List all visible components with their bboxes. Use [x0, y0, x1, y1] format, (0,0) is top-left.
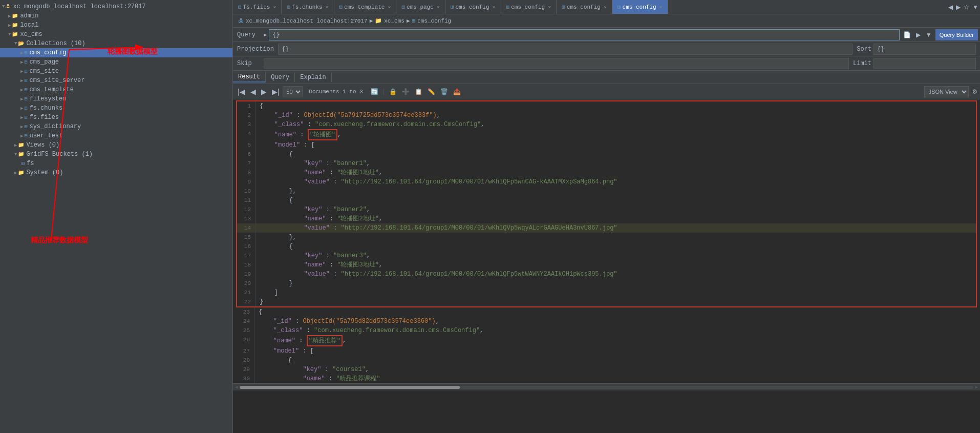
local-icon: 📁	[12, 22, 18, 28]
skip-input[interactable]	[264, 58, 849, 69]
sort-input[interactable]	[874, 44, 976, 55]
tab-nav-left[interactable]: ◀	[947, 3, 954, 12]
limit-label: Limit	[853, 60, 871, 67]
fschunks-label: fs.chunks	[29, 105, 62, 112]
sidebar-item-sysdictionary[interactable]: ▶ ⊞ sys_dictionary	[0, 122, 232, 131]
toolbar-lock[interactable]: 🔒	[388, 87, 398, 96]
limit-input[interactable]	[874, 58, 976, 69]
sidebar-item-root[interactable]: ▼ 🖧 xc_mongodb_localhost localhost:27017	[0, 2, 232, 11]
toolbar-delete[interactable]: 🗑️	[439, 87, 450, 96]
sidebar-item-cmstemplate[interactable]: ▶ ⊞ cms_template	[0, 85, 232, 94]
expand-arrow-views: ▶	[14, 142, 17, 148]
sidebar-item-cmspage[interactable]: ▶ ⊞ cms_page	[0, 57, 232, 67]
result-tab-explain[interactable]: Explain	[295, 73, 331, 82]
tab-cmsconfig1[interactable]: ⊞ cms_config ✕	[445, 0, 501, 14]
query-input[interactable]	[269, 29, 900, 40]
sidebar-item-xccms[interactable]: ▼ 📁 xc_cms	[0, 30, 232, 39]
toolbar-copy[interactable]: 📋	[413, 87, 424, 96]
nav-last[interactable]: ▶|	[270, 88, 281, 96]
tab-cmsconfig1-close[interactable]: ✕	[493, 4, 496, 10]
tab-cmspage-label: cms_page	[407, 4, 434, 10]
root-icon: 🖧	[6, 4, 11, 10]
expand-arrow-fsfiles: ▶	[20, 115, 23, 120]
sidebar-item-usertest[interactable]: ▶ ⊞ user_test	[0, 131, 232, 140]
toolbar-add[interactable]: ➕	[400, 87, 411, 96]
tab-fschunks[interactable]: ⊞ fs.chunks ✕	[282, 0, 334, 14]
sysdictionary-icon: ⊞	[24, 123, 27, 130]
tab-cmstemplate-close[interactable]: ✕	[388, 4, 391, 10]
sidebar-item-local[interactable]: ▶ 📁 local	[0, 20, 232, 30]
gear-icon[interactable]: ⚙	[973, 87, 977, 96]
tab-more[interactable]: ▼	[971, 3, 980, 12]
expand-arrow-usertest: ▶	[20, 133, 23, 139]
tab-cmsconfig4-label: cms_config	[623, 4, 656, 10]
cmsconfig-label: cms_config	[29, 49, 66, 56]
line-28: 28 {	[236, 356, 977, 365]
sidebar-item-fs[interactable]: ⊞ fs	[0, 159, 232, 168]
toolbar-export[interactable]: 📤	[452, 87, 462, 96]
line-26: 26 "name" : "精品推荐",	[236, 335, 977, 346]
toolbar-sep1: |	[382, 88, 386, 95]
tab-fsfiles-icon: ⊞	[238, 4, 242, 10]
tab-cmsconfig2[interactable]: ⊞ cms_config ✕	[501, 0, 557, 14]
query-bar: Query ▶ 📄 ▶ ▼ Query Builder	[233, 28, 980, 42]
sort-label: Sort	[857, 46, 871, 53]
tab-fsfiles-close[interactable]: ✕	[273, 4, 276, 10]
tab-cmspage[interactable]: ⊞ cms_page ✕	[396, 0, 445, 14]
expand-arrow-fschunks: ▶	[20, 106, 23, 111]
projection-input[interactable]	[278, 44, 853, 55]
tab-cmspage-icon: ⊞	[401, 4, 405, 10]
expand-arrow-system: ▶	[14, 170, 17, 176]
expand-arrow-local: ▶	[8, 23, 11, 28]
tab-nav-right[interactable]: ▶	[954, 3, 962, 12]
cmspage-icon: ⊞	[24, 59, 27, 65]
line-5: 5 "model" : [	[237, 140, 976, 150]
tab-cmspage-close[interactable]: ✕	[437, 4, 440, 10]
nav-first[interactable]: |◀	[236, 88, 247, 96]
result-tabs: Result Query Explain	[233, 71, 980, 84]
fsfiles-icon: ⊞	[24, 114, 27, 120]
sidebar-item-system[interactable]: ▶ 📁 System (0)	[0, 168, 232, 177]
sidebar-item-collections[interactable]: ▼ 📂 Collections (10)	[0, 39, 232, 48]
nav-next[interactable]: ▶	[260, 88, 268, 96]
tab-cmsconfig4[interactable]: ⊞ cms_config ✕	[612, 0, 668, 14]
sidebar-item-gridfs[interactable]: ▼ 📁 GridFS Buckets (1)	[0, 150, 232, 159]
sidebar-item-cmssiteserver[interactable]: ▶ ⊞ cms_site_server	[0, 76, 232, 85]
tab-cmsconfig3[interactable]: ⊞ cms_config ✕	[557, 0, 612, 14]
result-tab-result[interactable]: Result	[233, 72, 266, 83]
query-action-dropdown[interactable]: ▼	[924, 30, 933, 39]
xccms-label: xc_cms	[20, 31, 42, 38]
sidebar-item-fschunks[interactable]: ▶ ⊞ fs.chunks	[0, 104, 232, 113]
view-mode-select[interactable]: JSON View	[924, 86, 969, 97]
tab-fsfiles[interactable]: ⊞ fs.files ✕	[233, 0, 282, 14]
horizontal-scrollbar[interactable]: ◀ ▶	[233, 383, 980, 390]
sidebar-item-admin[interactable]: ▶ 📁 admin	[0, 11, 232, 20]
sidebar-item-cmssite[interactable]: ▶ ⊞ cms_site	[0, 67, 232, 76]
tab-bookmark[interactable]: ☆	[962, 3, 971, 12]
sidebar-item-filesystem[interactable]: ▶ ⊞ filesystem	[0, 94, 232, 104]
tab-cmsconfig2-close[interactable]: ✕	[548, 4, 551, 10]
nav-prev[interactable]: ◀	[249, 88, 258, 96]
toolbar-edit[interactable]: ✏️	[426, 87, 437, 96]
query-action-file[interactable]: 📄	[902, 30, 912, 39]
line-1: 1 {	[237, 101, 976, 111]
query-builder-button[interactable]: Query Builder	[935, 29, 978, 40]
tab-fschunks-close[interactable]: ✕	[326, 4, 329, 10]
cmssite-icon: ⊞	[24, 68, 27, 74]
cmssiteserver-label: cms_site_server	[29, 77, 84, 84]
page-size-select[interactable]: 50	[283, 86, 303, 97]
tab-cmsconfig4-close[interactable]: ✕	[659, 4, 663, 10]
sidebar-item-views[interactable]: ▶ 📁 Views (0)	[0, 140, 232, 150]
tab-cmsconfig4-icon: ⊞	[617, 4, 621, 10]
tab-cmsconfig3-close[interactable]: ✕	[604, 4, 607, 10]
tab-cmstemplate[interactable]: ⊞ cms_template ✕	[334, 0, 397, 14]
toolbar-refresh[interactable]: 🔄	[369, 87, 380, 96]
sidebar-item-cmsconfig[interactable]: ▶ ⊞ cms_config	[0, 48, 232, 57]
sidebar-item-fsfiles[interactable]: ▶ ⊞ fs.files	[0, 113, 232, 122]
cmstemplate-icon: ⊞	[24, 87, 27, 93]
result-tab-query[interactable]: Query	[266, 73, 295, 82]
query-action-play[interactable]: ▶	[914, 30, 922, 39]
line-29: 29 "key" : "course1",	[236, 365, 977, 374]
cmssiteserver-icon: ⊞	[24, 77, 27, 84]
line-2: 2 "_id" : ObjectId("5a791725dd573c3574ee…	[237, 111, 976, 120]
